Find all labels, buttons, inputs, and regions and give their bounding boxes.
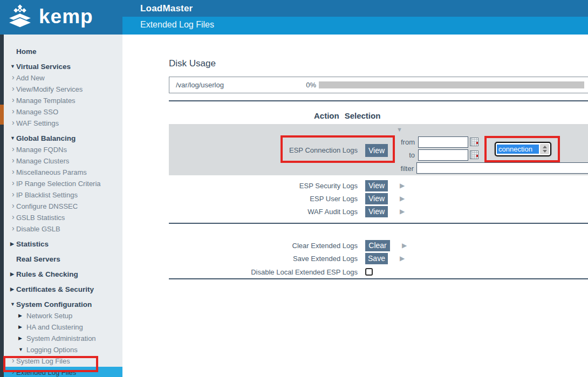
collapsed-icon: ▶: [18, 333, 25, 344]
kemp-logo-icon: [5, 4, 35, 30]
sidebar-item-ip-blacklist-settings[interactable]: ›IP Blacklist Settings: [4, 189, 122, 201]
kemp-logo-text: kemp: [39, 4, 93, 30]
filter-input[interactable]: [416, 162, 588, 174]
sidebar-item-add-new[interactable]: ›Add New: [4, 72, 122, 84]
sidebar-item-label: Logging Options: [26, 346, 78, 354]
divider: [169, 100, 588, 101]
sidebar-item-label: Add New: [16, 74, 45, 82]
expanded-icon: ▼: [10, 133, 17, 144]
sidebar-item-miscellaneous-params[interactable]: ›Miscellaneous Params: [4, 167, 122, 178]
waf-audit-logs-row: WAF Audit Logs View ▶: [169, 205, 422, 218]
sidebar-item-label: Miscellaneous Params: [16, 168, 87, 176]
calendar-icon[interactable]: [470, 138, 478, 146]
sidebar-item-certificates-security[interactable]: ▶Certificates & Security: [4, 284, 122, 295]
sidebar-item-label: Manage SSO: [16, 108, 58, 116]
sidebar-item-global-balancing[interactable]: ▼Global Balancing: [4, 133, 122, 144]
highlight-box-esp-connection: [281, 135, 395, 163]
sidebar-item-label: View/Modify Services: [16, 85, 83, 93]
sidebar-item-real-servers[interactable]: Real Servers: [4, 253, 122, 265]
collapsed-icon: ▶: [10, 269, 17, 280]
panel-collapse-icon[interactable]: ▼: [396, 126, 402, 133]
app-title: LoadMaster: [140, 3, 193, 14]
sidebar-item-label: IP Range Selection Criteria: [16, 180, 101, 188]
chevron-icon: ›: [12, 200, 15, 211]
sidebar-item-configure-dnssec[interactable]: ›Configure DNSSEC: [4, 201, 122, 212]
sidebar-item-label: HA and Clustering: [26, 323, 83, 331]
logo-area: kemp: [0, 0, 122, 35]
action-selection-header: Action Selection: [314, 111, 380, 120]
expand-arrow-icon[interactable]: ▶: [400, 182, 405, 189]
save-button[interactable]: Save: [365, 253, 388, 264]
sidebar-item-label: IP Blacklist Settings: [16, 191, 78, 199]
sidebar-item-statistics[interactable]: ▶Statistics: [4, 238, 122, 250]
calendar-icon[interactable]: [470, 150, 478, 159]
sidebar-item-rules-checking[interactable]: ▶Rules & Checking: [4, 269, 122, 280]
loadmaster-app: kemp LoadMaster Extended Log Files Home …: [0, 0, 588, 377]
selection-column-header: Selection: [345, 111, 381, 120]
chevron-icon: ›: [12, 155, 15, 166]
to-date-input[interactable]: [418, 149, 468, 161]
sidebar-item-label: Network Setup: [26, 312, 72, 320]
sidebar-item-disable-gslb[interactable]: ›Disable GSLB: [4, 223, 122, 235]
expand-arrow-icon[interactable]: ▶: [400, 195, 405, 202]
divider: [169, 278, 588, 279]
sidebar-item-view-modify-services[interactable]: ›View/Modify Services: [4, 84, 122, 95]
chevron-icon: ›: [12, 166, 15, 177]
sidebar-item-manage-sso[interactable]: ›Manage SSO: [4, 106, 122, 118]
sidebar-item-system-configuration[interactable]: ▼System Configuration: [4, 299, 122, 310]
sidebar-item-manage-templates[interactable]: ›Manage Templates: [4, 95, 122, 106]
sidebar-item-manage-clusters[interactable]: ›Manage Clusters: [4, 155, 122, 167]
esp-user-view-button[interactable]: View: [365, 193, 388, 204]
sidebar-item-logging-options[interactable]: ▼Logging Options: [4, 344, 122, 355]
expand-arrow-icon[interactable]: ▶: [400, 208, 405, 215]
save-extended-logs-label: Save Extended Logs: [169, 255, 358, 263]
filter-label: filter: [400, 164, 414, 173]
chevron-icon: ›: [12, 83, 15, 94]
sidebar-item-home[interactable]: Home: [4, 46, 122, 57]
esp-security-logs-label: ESP Security Logs: [169, 182, 358, 190]
divider: [169, 223, 588, 224]
sidebar-item-label: Home: [16, 47, 37, 56]
sidebar-item-label: Disable GSLB: [16, 225, 60, 233]
sidebar-item-label: Rules & Checking: [16, 270, 78, 278]
collapsed-icon: ▶: [18, 310, 25, 321]
from-date-input[interactable]: [418, 136, 468, 148]
main-content: Disk Usage /var/log/userlog 0% Action Se…: [122, 35, 588, 377]
from-label: from: [401, 138, 415, 146]
chevron-icon: ›: [12, 117, 15, 128]
chevron-icon: ›: [12, 106, 15, 117]
sidebar-item-label: Certificates & Security: [16, 285, 94, 293]
chevron-icon: ›: [12, 94, 15, 106]
expand-arrow-icon[interactable]: ▶: [400, 255, 405, 262]
disable-local-extended-esp-logs-checkbox[interactable]: [365, 268, 373, 276]
sidebar-item-network-setup[interactable]: ▶Network Setup: [4, 310, 122, 321]
sidebar-item-ha-and-clustering[interactable]: ▶HA and Clustering: [4, 321, 122, 333]
sidebar-item-label: Manage Clusters: [16, 157, 69, 165]
chevron-icon: ›: [12, 189, 15, 200]
waf-audit-view-button[interactable]: View: [365, 206, 388, 217]
page-title: Extended Log Files: [140, 20, 214, 30]
expand-arrow-icon[interactable]: ▶: [402, 242, 407, 249]
sidebar-item-label: Real Servers: [16, 255, 60, 263]
sidebar-item-waf-settings[interactable]: ›WAF Settings: [4, 118, 122, 129]
sidebar-item-system-administration[interactable]: ▶System Administration: [4, 333, 122, 344]
kemp-logo[interactable]: kemp: [5, 4, 93, 30]
sidebar-scroll-indicator[interactable]: [0, 105, 4, 125]
esp-security-view-button[interactable]: View: [365, 180, 388, 191]
collapsed-icon: ▶: [18, 321, 25, 333]
disk-usage-path: /var/log/userlog: [176, 81, 303, 89]
clear-extended-logs-row: Clear Extended Logs Clear ▶: [169, 239, 422, 252]
sidebar-item-virtual-services[interactable]: ▼Virtual Services: [4, 61, 122, 72]
expanded-icon: ▼: [18, 344, 25, 355]
chevron-icon: ›: [12, 211, 15, 223]
disable-local-extended-esp-logs-row: Disable Local Extended ESP Logs: [169, 265, 422, 278]
clear-button[interactable]: Clear: [365, 240, 390, 251]
to-label: to: [409, 151, 415, 159]
waf-audit-logs-label: WAF Audit Logs: [169, 208, 358, 216]
chevron-icon: ›: [12, 177, 15, 189]
header-subtitle-bar: Extended Log Files: [122, 17, 588, 35]
sidebar-item-manage-fqdns[interactable]: ›Manage FQDNs: [4, 144, 122, 155]
sidebar-item-gslb-statistics[interactable]: ›GSLB Statistics: [4, 212, 122, 223]
sidebar-item-ip-range-selection-criteria[interactable]: ›IP Range Selection Criteria: [4, 178, 122, 189]
collapsed-icon: ▶: [10, 284, 17, 295]
